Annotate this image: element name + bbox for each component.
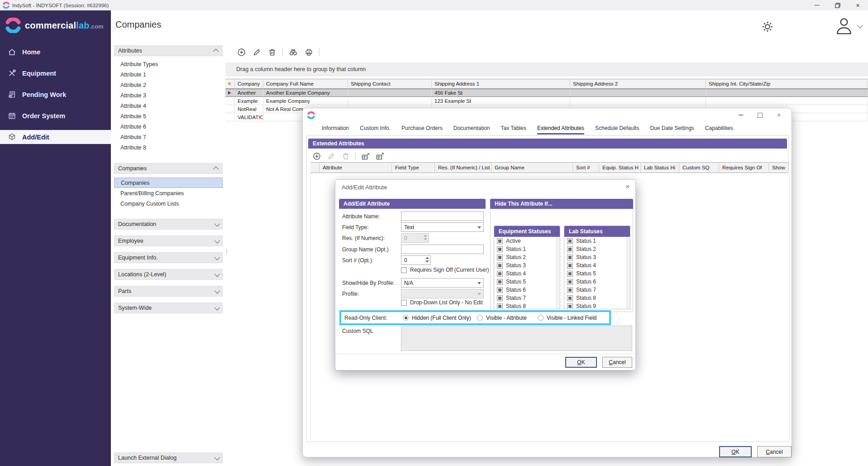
column-header[interactable]: Shipping Address 2	[570, 79, 706, 89]
collapsed-section-header[interactable]: Parts	[114, 286, 223, 297]
attribute-name-input[interactable]	[401, 211, 484, 221]
sidebar-item[interactable]: Attribute 8	[114, 142, 223, 153]
dialog-minimize-button[interactable]	[734, 110, 747, 120]
sidebar-item[interactable]: Attribute 3	[114, 90, 223, 101]
spinner-arrows-icon[interactable]	[424, 235, 427, 240]
group-by-bar[interactable]: Drag a column header here to group by th…	[225, 62, 868, 76]
status-checkbox[interactable]	[497, 279, 503, 285]
sidebar-item-companies[interactable]: Companies	[114, 178, 223, 188]
table-row-selected[interactable]: Another Another Example Company 456 Fake…	[225, 89, 868, 97]
dialog-close-button[interactable]: ×	[773, 110, 785, 120]
table-row[interactable]: Example Example Company 123 Example St	[225, 97, 868, 105]
launch-external-dialog[interactable]: Launch External Dialog	[114, 452, 223, 463]
spinner-arrows-icon[interactable]	[425, 257, 429, 263]
status-list-item[interactable]: Status 6	[564, 278, 630, 286]
grid-insert-row-button[interactable]	[360, 151, 370, 161]
status-checkbox[interactable]	[497, 295, 503, 301]
status-list-item[interactable]: Status 5	[564, 269, 630, 278]
status-checkbox[interactable]	[567, 255, 573, 260]
edit-attribute-button[interactable]	[326, 151, 336, 161]
radio-icon[interactable]	[538, 315, 544, 321]
search-button[interactable]	[288, 47, 298, 57]
column-header[interactable]: Requires Sign Of	[719, 162, 769, 173]
window-close-button[interactable]: ×	[848, 0, 868, 10]
section-attributes[interactable]: Attributes	[114, 45, 223, 56]
status-list-item[interactable]: Status 8	[494, 302, 560, 309]
status-list-item[interactable]: Status 9	[564, 302, 630, 309]
dropdown-only-checkbox[interactable]	[401, 300, 407, 306]
user-avatar-icon[interactable]	[834, 16, 854, 36]
nav-item-pending-work[interactable]: Pending Work	[0, 84, 111, 105]
requires-signoff-checkbox[interactable]	[401, 267, 407, 273]
sort-number-spinner[interactable]: 0	[401, 255, 431, 265]
lab-statuses-scrollbar[interactable]	[626, 237, 630, 309]
status-checkbox[interactable]	[497, 246, 503, 252]
profile-select[interactable]	[401, 289, 484, 298]
column-header[interactable]: Group Name	[491, 162, 573, 173]
status-list-item[interactable]: Status 7	[564, 286, 630, 294]
delete-button[interactable]	[267, 47, 277, 57]
status-list-item[interactable]: Status 5	[494, 278, 560, 286]
column-header[interactable]: Equip. Status H	[599, 162, 641, 173]
readonly-option-hidden[interactable]: Hidden (Full Client Only)	[403, 315, 471, 321]
radio-selected-icon[interactable]	[403, 315, 409, 321]
column-header[interactable]: Res. (If Numeric) / List #	[435, 162, 491, 173]
sidebar-item[interactable]: Attribute Types	[114, 59, 223, 69]
edit-button[interactable]	[252, 47, 262, 57]
status-checkbox[interactable]	[567, 238, 573, 244]
status-list-item[interactable]: Status 1	[564, 237, 630, 245]
tab-extended-attributes[interactable]: Extended Attributes	[537, 125, 584, 135]
delete-attribute-button[interactable]	[341, 151, 351, 161]
sidebar-item[interactable]: Attribute 1	[114, 69, 223, 80]
pane-splitter[interactable]: ⁞	[226, 248, 228, 255]
nav-item-add-edit[interactable]: Add/Edit	[0, 130, 111, 144]
tab-capabilities[interactable]: Capabilities	[705, 125, 733, 135]
section-companies[interactable]: Companies	[114, 163, 223, 174]
column-header[interactable]: Lab Status Hi	[641, 162, 679, 173]
equipment-statuses-scrollbar[interactable]	[556, 237, 560, 309]
status-checkbox[interactable]	[567, 246, 573, 252]
status-checkbox[interactable]	[567, 287, 573, 293]
tab-due-date-settings[interactable]: Due Date Settings	[650, 125, 694, 135]
add-button[interactable]	[236, 47, 246, 57]
nav-item-order-system[interactable]: Order System	[0, 105, 111, 126]
dialog-maximize-button[interactable]	[754, 110, 766, 120]
nav-item-home[interactable]: Home	[0, 41, 111, 62]
status-checkbox[interactable]	[497, 263, 503, 269]
company-dialog-cancel-button[interactable]: Cancel	[757, 446, 792, 457]
show-hide-profile-select[interactable]: N/A	[401, 278, 484, 288]
column-header[interactable]: Sort #	[573, 162, 599, 173]
attribute-dialog-ok-button[interactable]: OK	[565, 357, 597, 368]
status-list-item[interactable]: Active	[494, 237, 560, 245]
tab-schedule-defaults[interactable]: Schedule Defaults	[595, 125, 639, 135]
sidebar-item[interactable]: Attribute 6	[114, 121, 223, 132]
column-header[interactable]: Shipping Contact	[348, 79, 432, 89]
status-list-item[interactable]: Status 3	[494, 261, 560, 269]
settings-gear-icon[interactable]	[761, 20, 774, 33]
sidebar-item-custom-lists[interactable]: Company Custom Lists	[114, 198, 223, 209]
sidebar-item[interactable]: Attribute 7	[114, 132, 223, 142]
status-checkbox[interactable]	[567, 263, 573, 269]
status-list-item[interactable]: Status 7	[494, 294, 560, 302]
add-attribute-button[interactable]	[312, 151, 322, 161]
status-checkbox[interactable]	[497, 238, 503, 244]
column-header[interactable]: Attribute	[320, 162, 392, 173]
tab-information[interactable]: Information	[322, 125, 349, 135]
status-checkbox[interactable]	[497, 255, 503, 260]
status-list-item[interactable]: Status 1	[494, 245, 560, 253]
column-header[interactable]: Company Full Name	[263, 79, 348, 89]
tab-documentation[interactable]: Documentation	[453, 125, 490, 135]
sidebar-item[interactable]: Attribute 5	[114, 111, 223, 121]
readonly-option-visible-attribute[interactable]: Visible - Attribute	[477, 315, 527, 321]
attribute-dialog-cancel-button[interactable]: Cancel	[602, 357, 632, 368]
tab-tax-tables[interactable]: Tax Tables	[501, 125, 526, 135]
status-checkbox[interactable]	[497, 287, 503, 293]
status-checkbox[interactable]	[567, 295, 573, 301]
res-numeric-spinner[interactable]: 0	[401, 233, 429, 243]
status-list-item[interactable]: Status 6	[494, 286, 560, 294]
window-minimize-button[interactable]	[807, 0, 827, 10]
window-restore-button[interactable]	[827, 0, 848, 10]
collapsed-section-header[interactable]: Equipment Info.	[114, 252, 223, 263]
status-list-item[interactable]: Status 4	[564, 261, 630, 269]
sidebar-item-parent-billing[interactable]: Parent/Billing Companies	[114, 188, 223, 198]
